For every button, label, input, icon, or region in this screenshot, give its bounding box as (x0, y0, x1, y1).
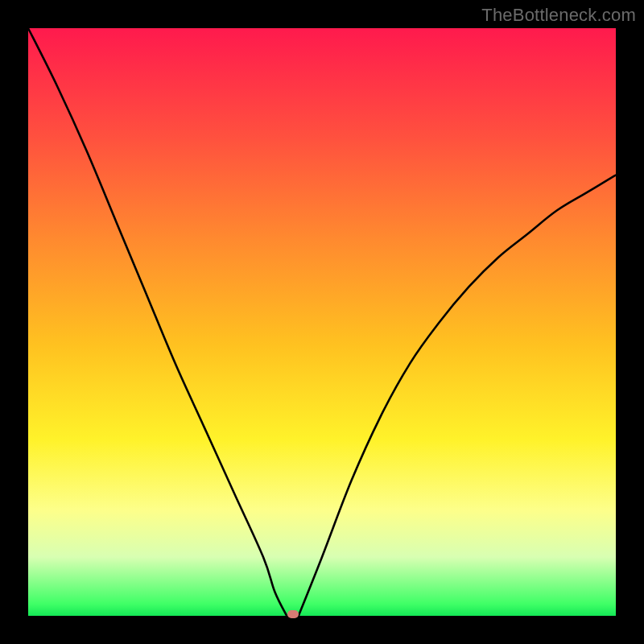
curve-left-branch (28, 28, 287, 616)
plot-area (28, 28, 616, 616)
curve-right-branch (299, 175, 616, 617)
chart-frame: TheBottleneck.com (0, 0, 644, 644)
watermark-text: TheBottleneck.com (481, 5, 636, 26)
bottleneck-curve (28, 28, 616, 616)
optimum-marker (287, 610, 299, 618)
